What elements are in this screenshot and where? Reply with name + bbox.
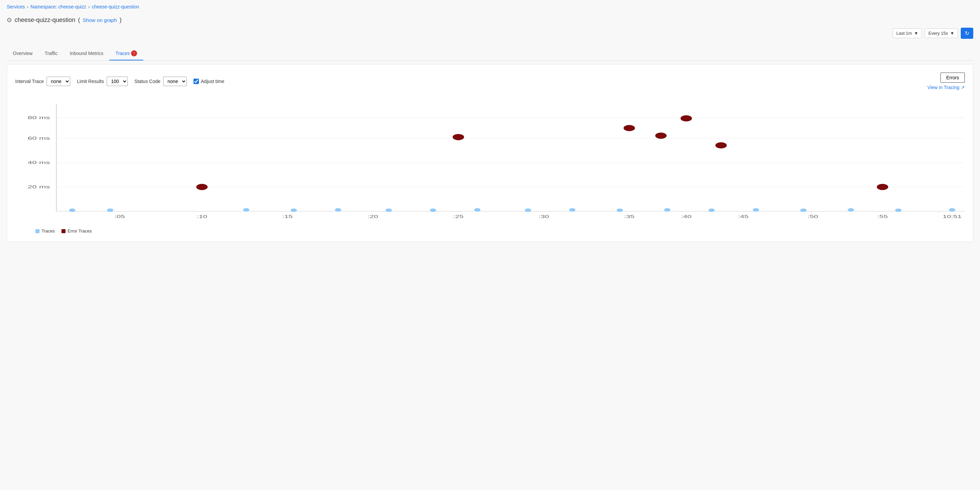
svg-point-46 bbox=[877, 184, 888, 190]
errors-button[interactable]: Errors bbox=[940, 73, 965, 82]
svg-text:80 ms: 80 ms bbox=[28, 115, 50, 120]
svg-point-38 bbox=[895, 209, 902, 212]
svg-point-35 bbox=[753, 208, 759, 212]
svg-text:20 ms: 20 ms bbox=[28, 184, 50, 189]
breadcrumb-namespace[interactable]: Namespace: cheese-quizz bbox=[30, 4, 86, 10]
svg-point-36 bbox=[800, 209, 807, 212]
legend-traces-label: Traces bbox=[41, 228, 55, 233]
interval-trace-group: Interval Trace none bbox=[15, 77, 70, 86]
svg-point-30 bbox=[525, 209, 531, 212]
svg-text::45: :45 bbox=[738, 215, 748, 219]
traces-error-badge: ! bbox=[131, 50, 137, 56]
chart-svg: 80 ms 60 ms 40 ms 20 ms :05 :10 :15 :20 … bbox=[15, 97, 965, 225]
svg-point-40 bbox=[196, 184, 208, 190]
service-icon: ⊙ bbox=[7, 16, 12, 24]
svg-point-23 bbox=[107, 209, 113, 212]
svg-text::50: :50 bbox=[807, 215, 818, 219]
status-code-group: Status Code none bbox=[134, 77, 187, 86]
svg-text:60 ms: 60 ms bbox=[28, 136, 50, 141]
limit-results-select[interactable]: 100 bbox=[107, 77, 128, 86]
service-header: ⊙ cheese-quizz-question ( Show on graph … bbox=[0, 14, 980, 28]
svg-point-32 bbox=[617, 209, 623, 212]
time-controls: Last 1m ▼ Every 15s ▼ ↻ bbox=[892, 28, 973, 43]
tab-inbound-metrics-label: Inbound Metrics bbox=[70, 51, 103, 56]
svg-point-31 bbox=[569, 208, 576, 212]
svg-text:10:51: 10:51 bbox=[942, 215, 961, 219]
service-name: cheese-quizz-question bbox=[14, 16, 75, 24]
svg-text::20: :20 bbox=[368, 215, 378, 219]
view-in-tracing-link[interactable]: View in Tracing ↗ bbox=[928, 85, 965, 90]
main-panel: Interval Trace none Limit Results 100 St… bbox=[7, 64, 973, 242]
right-actions: Errors View in Tracing ↗ bbox=[928, 73, 965, 90]
svg-point-29 bbox=[474, 208, 480, 212]
breadcrumb-services[interactable]: Services bbox=[7, 4, 25, 10]
svg-point-43 bbox=[681, 115, 692, 121]
breadcrumb-service[interactable]: cheese-quizz-question bbox=[92, 4, 139, 10]
svg-text::15: :15 bbox=[282, 215, 293, 219]
status-code-select[interactable]: none bbox=[163, 77, 187, 86]
svg-point-45 bbox=[715, 143, 727, 149]
breadcrumb-sep-1: › bbox=[27, 4, 29, 10]
show-graph-paren-close: ) bbox=[119, 16, 122, 24]
svg-point-33 bbox=[664, 208, 671, 212]
interval-label: Every 15s bbox=[928, 31, 948, 36]
external-link-icon: ↗ bbox=[961, 85, 965, 90]
svg-point-27 bbox=[386, 209, 392, 212]
limit-results-label: Limit Results bbox=[77, 79, 104, 84]
svg-point-39 bbox=[949, 208, 955, 212]
time-range-chevron: ▼ bbox=[914, 31, 918, 36]
legend-error-traces: Error Traces bbox=[62, 228, 92, 233]
svg-point-24 bbox=[243, 208, 250, 212]
svg-point-25 bbox=[290, 209, 297, 212]
svg-text::25: :25 bbox=[453, 215, 464, 219]
svg-point-37 bbox=[848, 208, 854, 212]
adjust-time-group: Adjust time bbox=[194, 79, 224, 84]
svg-text::05: :05 bbox=[115, 215, 125, 219]
interval-select[interactable]: Every 15s ▼ bbox=[924, 29, 958, 38]
tab-overview[interactable]: Overview bbox=[7, 47, 38, 60]
top-bar: Last 1m ▼ Every 15s ▼ ↻ bbox=[0, 28, 980, 47]
show-on-graph-link[interactable]: Show on graph bbox=[83, 17, 117, 23]
trace-chart: 80 ms 60 ms 40 ms 20 ms :05 :10 :15 :20 … bbox=[15, 97, 965, 225]
legend-traces: Traces bbox=[35, 228, 55, 233]
filters-row: Interval Trace none Limit Results 100 St… bbox=[15, 73, 965, 90]
time-range-label: Last 1m bbox=[896, 31, 912, 36]
tab-traces[interactable]: Traces ! bbox=[110, 47, 143, 60]
svg-text::35: :35 bbox=[624, 215, 635, 219]
time-range-select[interactable]: Last 1m ▼ bbox=[892, 29, 922, 38]
tab-traffic-label: Traffic bbox=[45, 51, 57, 56]
breadcrumb: Services › Namespace: cheese-quizz › che… bbox=[0, 0, 980, 14]
adjust-time-label: Adjust time bbox=[201, 79, 224, 84]
legend-dot-traces bbox=[35, 229, 40, 233]
chart-legend: Traces Error Traces bbox=[15, 228, 965, 233]
refresh-button[interactable]: ↻ bbox=[961, 28, 973, 39]
svg-point-34 bbox=[708, 209, 715, 212]
tabs-bar: Overview Traffic Inbound Metrics Traces … bbox=[7, 47, 973, 61]
svg-point-44 bbox=[655, 133, 667, 139]
interval-trace-label: Interval Trace bbox=[15, 79, 44, 84]
view-tracing-label: View in Tracing bbox=[928, 85, 959, 90]
svg-point-22 bbox=[69, 209, 75, 212]
svg-point-41 bbox=[452, 134, 464, 140]
svg-text::55: :55 bbox=[877, 215, 888, 219]
legend-dot-error-traces bbox=[62, 229, 65, 233]
tab-traffic[interactable]: Traffic bbox=[38, 47, 64, 60]
interval-trace-select[interactable]: none bbox=[46, 77, 70, 86]
interval-chevron: ▼ bbox=[950, 31, 955, 36]
adjust-time-checkbox[interactable] bbox=[194, 79, 199, 84]
status-code-label: Status Code bbox=[134, 79, 161, 84]
svg-point-28 bbox=[430, 209, 436, 212]
show-graph-paren-open: ( bbox=[78, 16, 80, 24]
tab-inbound-metrics[interactable]: Inbound Metrics bbox=[64, 47, 110, 60]
svg-text::30: :30 bbox=[539, 215, 549, 219]
svg-text:40 ms: 40 ms bbox=[28, 160, 50, 165]
tab-overview-label: Overview bbox=[13, 51, 32, 56]
svg-point-42 bbox=[624, 125, 635, 131]
svg-text::40: :40 bbox=[681, 215, 692, 219]
svg-point-26 bbox=[335, 208, 341, 212]
limit-results-group: Limit Results 100 bbox=[77, 77, 128, 86]
svg-text::10: :10 bbox=[197, 215, 207, 219]
breadcrumb-sep-2: › bbox=[88, 4, 90, 10]
legend-error-traces-label: Error Traces bbox=[68, 228, 92, 233]
tab-traces-label: Traces bbox=[116, 51, 130, 56]
